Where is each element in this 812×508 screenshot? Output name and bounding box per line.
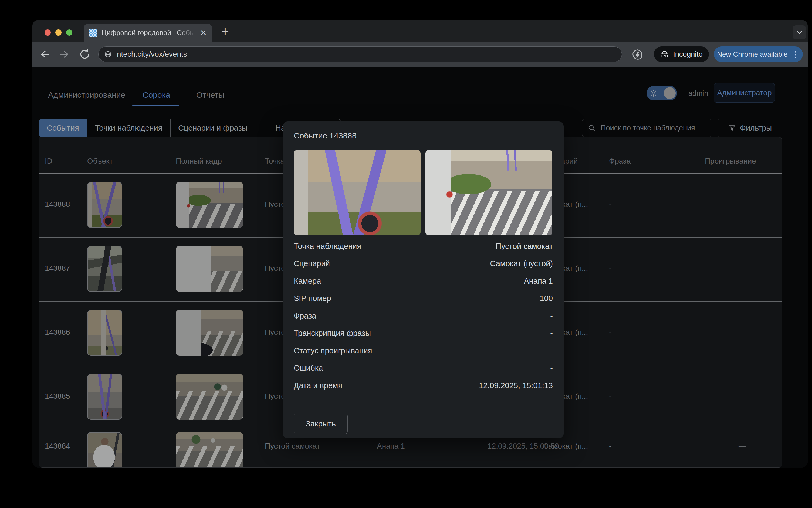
window-zoom-button[interactable] (66, 30, 72, 36)
detail-row: Дата и время12.09.2025, 15:01:13 (294, 377, 553, 394)
incognito-label: Incognito (673, 50, 703, 58)
detail-label: Точка наблюдения (294, 242, 361, 251)
detail-value: 100 (540, 294, 553, 303)
detail-row: СценарийСамокат (пустой) (294, 255, 553, 272)
performance-leaf-icon[interactable] (631, 48, 644, 61)
address-bar[interactable]: ntech.city/vox/events (98, 46, 622, 62)
window-minimize-button[interactable] (55, 30, 61, 36)
detail-label: Камера (294, 277, 321, 286)
detail-value: Пустой самокат (496, 242, 553, 251)
detail-label: SIP номер (294, 294, 331, 303)
forward-button-icon[interactable] (59, 48, 71, 60)
detail-row: КамераАнапа 1 (294, 272, 553, 290)
detail-label: Фраза (294, 311, 316, 321)
reload-button-icon[interactable] (79, 48, 91, 60)
detail-value: - (550, 364, 553, 373)
window-close-button[interactable] (45, 30, 51, 36)
detail-label: Транскрипция фразы (294, 329, 371, 338)
chrome-update-button[interactable]: New Chrome available ⋮ (714, 46, 803, 62)
browser-menu-dots-icon[interactable]: ⋮ (792, 50, 800, 59)
event-object-photo[interactable] (294, 150, 421, 236)
site-favicon-icon (89, 29, 97, 37)
back-button-icon[interactable] (39, 48, 50, 60)
tab-close-icon[interactable]: ✕ (200, 29, 207, 37)
event-details-modal: Событие 143888 Точка наблюденияПустой са… (283, 122, 564, 438)
browser-window: Цифровой городовой | Собы ✕ + ntech.city… (32, 20, 808, 467)
detail-value: 12.09.2025, 15:01:13 (479, 381, 553, 390)
detail-label: Сценарий (294, 259, 330, 268)
tab-title: Цифровой городовой | Собы (101, 29, 196, 37)
browser-toolbar: ntech.city/vox/events Incognito New Chro… (32, 42, 808, 67)
incognito-badge: Incognito (654, 46, 709, 62)
url-text: ntech.city/vox/events (117, 50, 187, 58)
detail-value: Самокат (пустой) (490, 259, 553, 268)
detail-row: Точка наблюденияПустой самокат (294, 238, 553, 255)
detail-value: - (550, 329, 553, 338)
web-app-page: АдминистрированиеСорокаОтчеты admin Адми… (32, 67, 808, 467)
site-info-globe-icon[interactable] (104, 50, 112, 58)
detail-label: Статус проигрывания (294, 346, 372, 355)
chrome-update-label: New Chrome available (717, 50, 788, 58)
detail-label: Ошибка (294, 364, 323, 373)
detail-row: SIP номер100 (294, 290, 553, 307)
detail-row: Фраза- (294, 307, 553, 325)
screenshot-root: { "browser": { "tab_title": "Цифровой го… (0, 0, 812, 508)
incognito-icon (660, 50, 669, 59)
detail-row: Транскрипция фразы- (294, 325, 553, 342)
detail-value: - (550, 346, 553, 355)
detail-value: Анапа 1 (524, 277, 553, 286)
detail-value: - (550, 311, 553, 321)
event-detail-list: Точка наблюденияПустой самокатСценарийСа… (294, 238, 553, 394)
new-tab-button[interactable]: + (221, 24, 229, 39)
tab-search-button[interactable] (793, 26, 806, 39)
event-fullframe-photo[interactable] (425, 150, 552, 236)
modal-title: Событие 143888 (294, 131, 356, 140)
modal-footer-divider (283, 407, 564, 407)
detail-label: Дата и время (294, 381, 342, 390)
browser-tab[interactable]: Цифровой городовой | Собы ✕ (84, 24, 212, 42)
chevron-down-icon (795, 28, 803, 36)
tab-strip: Цифровой городовой | Собы ✕ + (32, 20, 808, 42)
close-modal-button[interactable]: Закрыть (294, 414, 348, 434)
detail-row: Статус проигрывания- (294, 342, 553, 359)
detail-row: Ошибка- (294, 359, 553, 377)
